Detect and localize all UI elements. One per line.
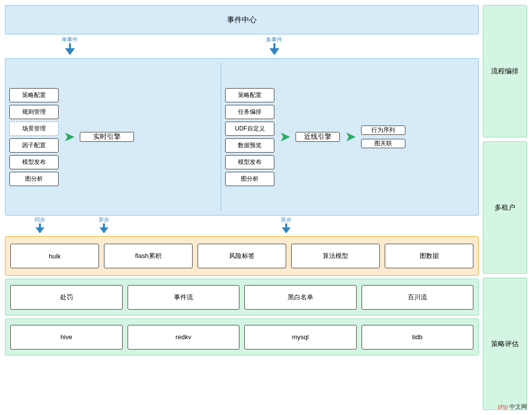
near-arrow-right: ➤: [345, 130, 356, 144]
left-arrow-right: ➤: [64, 130, 75, 144]
right-arrow-right: ➤: [279, 130, 291, 144]
event-center-label: 事件中心: [227, 15, 257, 25]
arrow-stem-1: [69, 43, 71, 48]
behavior-box-0: 行为序列: [361, 126, 405, 135]
arrow-stem-2: [273, 43, 275, 48]
watermark-site: 中文网: [509, 403, 527, 410]
watermark: php 中文网: [498, 403, 527, 411]
async1-label: 异步: [99, 216, 109, 223]
data-box-0: hive: [10, 325, 123, 350]
arrow-head-2: [269, 48, 279, 55]
engines-area: 策略配置 规则管理 场景管理 因子配置 模型发布 图分析 ➤ 实时引擎 策略配置: [5, 58, 479, 216]
sync-label: 同步: [34, 216, 45, 223]
storage-box-0: hulk: [10, 244, 99, 268]
async1-arrow: 异步: [99, 216, 109, 233]
right-controls: 策略配置 任务编排 UDF自定义 数据预览 模型发布 图分析: [225, 88, 274, 186]
left-controls: 策略配置 规则管理 场景管理 因子配置 模型发布 图分析: [9, 88, 59, 186]
storage-area: hulk flash累积 风险标签 算法模型 图数据: [5, 236, 479, 276]
left-ctrl-5: 图分析: [9, 172, 59, 186]
data-box-2: mysql: [244, 325, 357, 350]
left-ctrl-3: 因子配置: [9, 138, 59, 153]
watermark-text: php: [498, 403, 508, 410]
single-event-arrow: 单事件: [62, 36, 78, 55]
right-ctrl-0: 策略配置: [225, 88, 274, 102]
event-flow-box-0: 处罚: [10, 285, 123, 310]
left-content: 事件中心 单事件 多事件 策略配置 规则管理: [5, 5, 479, 410]
right-ctrl-4: 模型发布: [225, 155, 274, 169]
real-time-engine: 实时引擎: [80, 132, 134, 142]
storage-box-1: flash累积: [104, 244, 193, 268]
storage-box-4: 图数据: [385, 244, 473, 268]
left-ctrl-0: 策略配置: [9, 88, 59, 102]
event-flow-area: 处罚 事件流 黑白名单 百川流: [5, 279, 479, 316]
arrow-head-1: [65, 48, 75, 55]
right-ctrl-5: 图分析: [225, 172, 274, 186]
sidebar-box-2: 策略评估: [483, 278, 527, 410]
v-sep: [221, 63, 221, 211]
behavior-section: 行为序列 图关联: [361, 126, 405, 148]
sync-row: 同步 异步 异步: [5, 219, 479, 233]
left-ctrl-4: 模型发布: [9, 155, 59, 169]
async2-arrow: 异步: [281, 216, 292, 233]
right-ctrl-3: 数据预览: [225, 138, 274, 153]
storage-box-3: 算法模型: [291, 244, 380, 268]
left-ctrl-1: 规则管理: [9, 105, 59, 119]
behavior-box-1: 图关联: [361, 139, 405, 148]
multi-event-label: 多事件: [266, 36, 282, 43]
right-ctrl-1: 任务编排: [225, 105, 274, 119]
right-sidebar: 流程编排 多租户 策略评估: [483, 5, 527, 410]
left-ctrl-2: 场景管理: [9, 122, 59, 136]
event-flow-box-3: 百川流: [362, 285, 474, 310]
sync-arrow: 同步: [34, 216, 45, 233]
single-event-label: 单事件: [62, 36, 78, 43]
main-container: 事件中心 单事件 多事件 策略配置 规则管理: [0, 0, 532, 415]
right-engine-section: 策略配置 任务编排 UDF自定义 数据预览 模型发布 图分析 ➤ 近线引擎 ➤ …: [225, 63, 474, 211]
storage-box-2: 风险标签: [198, 244, 286, 268]
near-line-engine: 近线引擎: [296, 132, 340, 142]
multi-event-arrow: 多事件: [266, 36, 282, 55]
data-box-3: tidb: [362, 325, 474, 350]
event-center-box: 事件中心: [5, 5, 479, 34]
sidebar-box-1: 多租户: [483, 141, 527, 274]
event-flow-box-2: 黑白名单: [244, 285, 357, 310]
async2-label: 异步: [281, 216, 292, 223]
left-engine-section: 策略配置 规则管理 场景管理 因子配置 模型发布 图分析 ➤ 实时引擎: [9, 63, 217, 211]
data-area: hive redkv mysql tidb: [5, 319, 479, 355]
sidebar-box-0: 流程编排: [483, 5, 527, 137]
arrow-row: 单事件 多事件: [5, 37, 479, 55]
data-box-1: redkv: [128, 325, 240, 350]
right-ctrl-2: UDF自定义: [225, 122, 274, 136]
event-flow-box-1: 事件流: [128, 285, 240, 310]
